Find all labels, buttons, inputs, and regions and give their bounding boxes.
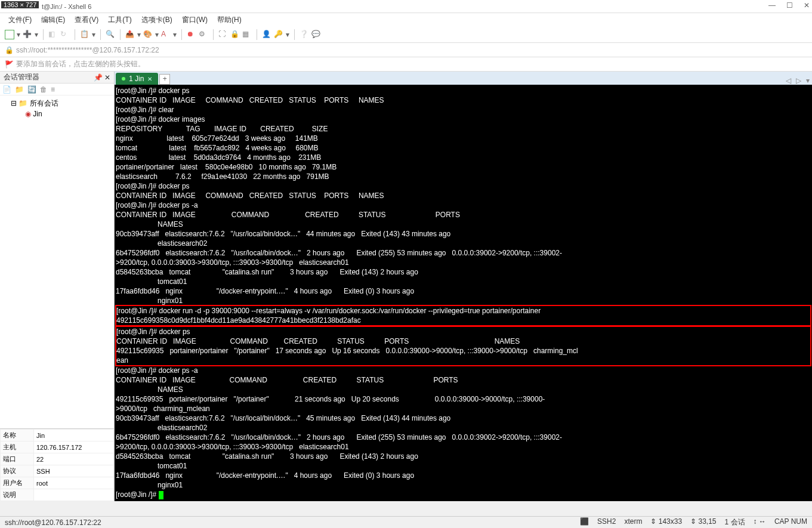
menu-edit[interactable]: 编辑(E)	[38, 15, 69, 25]
terminal-line: elasticsearch02	[116, 239, 811, 248]
prop-key: 说明	[1, 489, 34, 501]
terminal-line: REPOSITORY TAG IMAGE ID CREATED SIZE	[116, 124, 811, 134]
record-icon[interactable]: ⏺	[187, 30, 196, 39]
font-icon[interactable]: A	[161, 30, 171, 39]
terminal-line: [root@Jin /]# docker ps	[116, 327, 810, 336]
prop-val: 120.76.157.172	[34, 441, 114, 453]
address-bar[interactable]: 🔒 ssh://root:****************@120.76.157…	[0, 43, 812, 57]
lock-icon[interactable]: 🔒	[230, 30, 240, 39]
terminal-line: 90cb39473aff elasticsearch:7.6.2 "/usr/l…	[116, 413, 811, 423]
refresh-icon[interactable]: 🔄	[27, 85, 36, 94]
status-cursor: ⇕ 33,15	[690, 517, 716, 527]
toolbar: ▾ ➕ ▾ ◧ ↻ 📋 ▾ 🔍 📤 ▾ 🎨 ▾ A ▾ ⏺ ⚙ ⛶ 🔒 ▦ 👤 …	[0, 26, 812, 43]
terminal-line: d5845263bcba tomcat "catalina.sh run" 3 …	[116, 452, 811, 461]
add-icon[interactable]: ➕	[23, 30, 32, 39]
close-icon[interactable]: ✕	[804, 1, 810, 10]
copy-icon[interactable]: 📋	[80, 30, 89, 39]
close-tab-icon[interactable]: ✕	[147, 76, 152, 82]
terminal-line: [root@Jin /]# docker ps -a	[116, 366, 811, 375]
dropdown-icon[interactable]: ▾	[92, 30, 95, 39]
tree-root-label: 所有会话	[30, 99, 58, 107]
dropdown-icon[interactable]: ▾	[173, 30, 177, 39]
tree-root[interactable]: ⊟ 📁 所有会话	[2, 98, 112, 109]
terminal-line: elasticsearch02	[116, 423, 811, 433]
tab-bar: 1 Jin ✕ + ◁ ▷ ▾	[115, 72, 812, 85]
tab-jin[interactable]: 1 Jin ✕	[116, 73, 158, 85]
fullscreen-icon[interactable]: ⛶	[218, 30, 228, 39]
status-term-type: xterm	[624, 517, 642, 527]
prop-key: 用户名	[1, 477, 34, 489]
terminal-line: [root@Jin /]# docker ps -a	[116, 200, 811, 210]
terminal-line: [root@Jin /]# docker images	[116, 115, 811, 124]
tab-label: 1 Jin	[129, 75, 144, 83]
chat-icon[interactable]: 💬	[311, 30, 321, 39]
prop-val: Jin	[34, 430, 114, 441]
status-connection: ssh://root@120.76.157.172:22	[5, 518, 101, 527]
terminal[interactable]: [root@Jin /]# docker psCONTAINER ID IMAG…	[115, 85, 812, 501]
search-icon[interactable]: 🔍	[106, 30, 115, 39]
close-panel-icon[interactable]: ✕	[104, 73, 110, 82]
user-icon[interactable]: 👤	[262, 30, 271, 39]
menu-view[interactable]: 查看(V)	[71, 15, 102, 25]
folder-icon[interactable]: 📁	[15, 85, 24, 94]
flag-icon[interactable]: 🚩	[5, 60, 14, 69]
tree-session-jin[interactable]: ◉ Jin	[2, 109, 112, 119]
window-title: t@Jin:/ - Xshell 6	[42, 3, 91, 10]
reconnect-icon[interactable]: ↻	[60, 30, 70, 39]
new-tab-button[interactable]: +	[159, 74, 170, 85]
list-icon[interactable]: ≡	[51, 85, 55, 94]
dropdown-icon[interactable]: ▾	[155, 30, 159, 39]
status-capnum: CAP NUM	[774, 517, 807, 527]
tab-nav-right-icon[interactable]: ▷	[794, 76, 804, 85]
gear-icon[interactable]: ⚙	[199, 30, 208, 39]
minimize-icon[interactable]: —	[768, 1, 776, 10]
address-text: ssh://root:****************@120.76.157.1…	[16, 46, 159, 54]
new-icon[interactable]	[5, 30, 14, 39]
menu-file[interactable]: 文件(F)	[5, 15, 35, 25]
delete-icon[interactable]: 🗑	[40, 85, 47, 94]
prop-key: 主机	[1, 441, 34, 453]
prop-key: 协议	[1, 465, 34, 477]
menu-tools[interactable]: 工具(T)	[104, 15, 135, 25]
terminal-line: 17faa6fdbd46 nginx "/docker-entrypoint.……	[116, 286, 811, 296]
disconnect-icon[interactable]: ◧	[48, 30, 58, 39]
terminal-line: 492115c69935 portainer/portainer "/porta…	[116, 394, 811, 404]
terminal-line: elasticsearch 7.6.2 f29a1ee41030 22 mont…	[116, 172, 811, 181]
panel-header: 会话管理器 📌 ✕	[0, 72, 114, 84]
terminal-line: 6b475296fdf0 elasticsearch:7.6.2 "/usr/l…	[116, 433, 811, 442]
dropdown-icon[interactable]: ▾	[17, 30, 20, 39]
session-tree[interactable]: ⊟ 📁 所有会话 ◉ Jin	[0, 95, 114, 428]
terminal-line: d5845263bcba tomcat "catalina.sh run" 3 …	[116, 267, 811, 277]
terminal-line: >9200/tcp, 0.0.0.0:39003->9300/tcp, :::3…	[116, 442, 811, 452]
status-dot-icon	[122, 77, 125, 81]
transfer-icon[interactable]: 📤	[125, 30, 135, 39]
menu-tab[interactable]: 选项卡(B)	[138, 15, 176, 25]
status-protocol: SSH2	[597, 517, 616, 527]
terminal-line: [root@Jin /]#	[116, 490, 811, 499]
terminal-line: tomcat01	[116, 277, 811, 286]
dropdown-icon[interactable]: ▾	[137, 30, 141, 39]
dropdown-icon[interactable]: ▾	[286, 30, 289, 39]
pin-icon[interactable]: 📌	[94, 73, 103, 82]
key-icon[interactable]: 🔑	[274, 30, 283, 39]
tab-menu-icon[interactable]: ▾	[804, 76, 812, 85]
prop-val: 22	[34, 453, 114, 465]
dropdown-icon[interactable]: ▾	[35, 30, 38, 39]
layout-icon[interactable]: ▦	[242, 30, 252, 39]
help-icon[interactable]: ❔	[300, 30, 309, 39]
terminal-line: NAMES	[116, 220, 811, 229]
terminal-line: 492115c69935 portainer/portainer "/porta…	[116, 346, 810, 356]
terminal-line: 6b475296fdf0 elasticsearch:7.6.2 "/usr/l…	[116, 248, 811, 258]
terminal-line: >9000/tcp charming_mclean	[116, 404, 811, 413]
maximize-icon[interactable]: ☐	[786, 1, 793, 10]
titlebar: 1363 × 727 t@Jin:/ - Xshell 6 — ☐ ✕	[0, 0, 812, 13]
highlight-box-2: [root@Jin /]# docker psCONTAINER ID IMAG…	[115, 326, 811, 366]
tab-nav-left-icon[interactable]: ◁	[783, 76, 794, 85]
menu-window[interactable]: 窗口(W)	[178, 15, 211, 25]
palette-icon[interactable]: 🎨	[143, 30, 153, 39]
new-session-icon[interactable]: 📄	[2, 85, 11, 94]
terminal-area: 1 Jin ✕ + ◁ ▷ ▾ [root@Jin /]# docker psC…	[115, 72, 812, 501]
session-sidebar: 会话管理器 📌 ✕ 📄 📁 🔄 🗑 ≡ ⊟ 📁 所有会话 ◉ Jin 名称Jin…	[0, 72, 115, 501]
menu-help[interactable]: 帮助(H)	[214, 15, 245, 25]
terminal-line: [root@Jin /]# clear	[116, 105, 811, 115]
